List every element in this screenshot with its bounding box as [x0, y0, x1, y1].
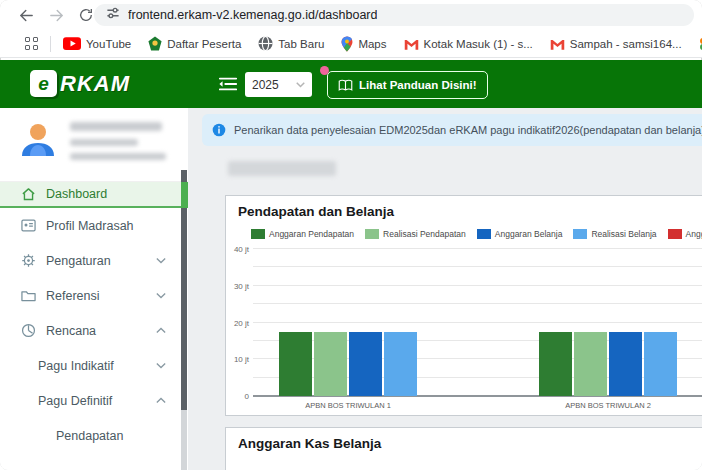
- legend-swatch: [668, 229, 682, 239]
- forward-button-icon[interactable]: [46, 5, 66, 25]
- sidebar-item-pagu-definitif[interactable]: Pagu Definitif: [0, 383, 188, 418]
- app-header: e RKAM 2025 Lihat Panduan Disini!: [0, 60, 702, 108]
- sidebar-collapse-icon[interactable]: [218, 75, 238, 97]
- sidebar-item-referensi[interactable]: Referensi: [0, 278, 188, 313]
- sidebar-item-label: Rencana: [46, 324, 96, 338]
- bookmark-item[interactable]: Maps: [341, 36, 386, 52]
- guide-button-label: Lihat Panduan Disini!: [359, 79, 477, 91]
- home-icon: [20, 187, 36, 202]
- bookmark-label: Tab Baru: [278, 38, 324, 50]
- legend-label: Realisasi Belanja: [591, 229, 656, 239]
- bar-realisasi-belanja[interactable]: [644, 332, 677, 396]
- browser-toolbar: frontend.erkam-v2.kemenag.go.id/dashboar…: [0, 0, 702, 30]
- gridline: [253, 303, 702, 304]
- y-tick-label: 10 jt: [226, 355, 249, 364]
- bookmark-item[interactable]: Tab Baru: [258, 36, 324, 51]
- y-tick-label: 40 jt: [226, 245, 249, 254]
- chart-plot: [253, 249, 702, 396]
- chevron-up-icon: [156, 397, 166, 404]
- sidebar-menu: DashboardProfil MadrasahPengaturanRefere…: [0, 182, 188, 453]
- chevron-down-icon: [156, 362, 166, 369]
- bookmarks-bar: YouTubeDaftar PesertaTab BaruMapsKotak M…: [0, 30, 702, 58]
- bookmark-label: Daftar Peserta: [167, 38, 241, 50]
- address-bar[interactable]: frontend.erkam-v2.kemenag.go.id/dashboar…: [94, 4, 694, 26]
- sidebar-item-pendapatan[interactable]: Pendapatan: [0, 418, 188, 453]
- sidebar-item-dashboard[interactable]: Dashboard: [0, 182, 188, 208]
- legend-item[interactable]: Anggar: [668, 229, 702, 239]
- chevron-down-icon: [156, 292, 166, 299]
- url-text[interactable]: frontend.erkam-v2.kemenag.go.id/dashboar…: [128, 8, 377, 22]
- bookmark-item[interactable]: Daftar Peserta: [148, 36, 241, 51]
- legend-swatch: [477, 229, 491, 239]
- legend-item[interactable]: Anggaran Pendapatan: [251, 229, 354, 239]
- bookmark-item[interactable]: YouTube: [63, 37, 131, 50]
- sidebar-item-label: Dashboard: [46, 187, 107, 201]
- legend-item[interactable]: Anggaran Belanja: [477, 229, 563, 239]
- user-org-redacted: [70, 153, 166, 160]
- bar-realisasi-pendapatan[interactable]: [314, 332, 347, 396]
- gridline: [253, 266, 702, 267]
- year-value: 2025: [252, 78, 279, 92]
- sidebar-scrollbar-track: [181, 410, 187, 470]
- gridline: [253, 285, 702, 286]
- bookmark-item[interactable]: [699, 37, 702, 51]
- legend-swatch: [365, 229, 379, 239]
- gridline: [253, 248, 702, 249]
- misc-favicon-icon: [699, 37, 702, 51]
- user-role-redacted: [70, 139, 138, 146]
- bookmark-item[interactable]: Sampah - samsi164...: [550, 38, 682, 50]
- gmail-icon: [404, 38, 419, 50]
- y-tick-label: 20 jt: [226, 319, 249, 328]
- sidebar-item-label: Pagu Definitif: [38, 394, 112, 408]
- legend-swatch: [251, 229, 265, 239]
- back-button-icon[interactable]: [16, 5, 36, 25]
- site-settings-icon[interactable]: [106, 6, 120, 24]
- user-profile[interactable]: [0, 112, 188, 182]
- erkam-logo[interactable]: e RKAM: [30, 70, 130, 97]
- globe-icon: [258, 36, 273, 51]
- legend-item[interactable]: Realisasi Belanja: [573, 229, 656, 239]
- bar-realisasi-belanja[interactable]: [384, 332, 417, 396]
- legend-label: Anggaran Pendapatan: [269, 229, 354, 239]
- sidebar-item-label: Pagu Indikatif: [38, 359, 114, 373]
- info-icon: [212, 123, 226, 137]
- bar-anggaran-pendapatan[interactable]: [539, 332, 572, 396]
- sidebar-item-pengaturan[interactable]: Pengaturan: [0, 243, 188, 278]
- bar-anggaran-pendapatan[interactable]: [279, 332, 312, 396]
- erkam-logo-badge: e: [30, 70, 57, 97]
- bar-realisasi-pendapatan[interactable]: [574, 332, 607, 396]
- kas-card-title: Anggaran Kas Belanja: [238, 436, 381, 451]
- y-tick-label: 0: [226, 392, 249, 401]
- bar-anggaran-belanja[interactable]: [609, 332, 642, 396]
- legend-label: Anggar: [686, 229, 702, 239]
- sidebar-item-label: Referensi: [46, 289, 100, 303]
- legend-label: Realisasi Pendapatan: [383, 229, 466, 239]
- bar-anggaran-belanja[interactable]: [349, 332, 382, 396]
- kemenag-icon: [148, 36, 162, 51]
- bookmark-label: YouTube: [86, 38, 131, 50]
- sidebar-item-pagu-indikatif[interactable]: Pagu Indikatif: [0, 348, 188, 383]
- idcard-icon: [20, 219, 36, 232]
- chevron-down-icon: [156, 257, 166, 264]
- alert-text: Penarikan data penyelesaian EDM2025dan e…: [234, 124, 702, 136]
- gmail-icon: [550, 38, 565, 50]
- bookmark-item[interactable]: Kotak Masuk (1) - s...: [404, 38, 533, 50]
- chevron-down-icon: [296, 82, 305, 88]
- sidebar-item-label: Pendapatan: [56, 429, 123, 443]
- reload-button-icon[interactable]: [76, 5, 96, 25]
- notification-dot: [320, 66, 329, 75]
- main-area: Penarikan data penyelesaian EDM2025dan e…: [188, 108, 702, 470]
- year-select[interactable]: 2025: [245, 72, 312, 97]
- sidebar-item-profil-madrasah[interactable]: Profil Madrasah: [0, 208, 188, 243]
- y-tick-label: 30 jt: [226, 282, 249, 291]
- sidebar-item-rencana[interactable]: Rencana: [0, 313, 188, 348]
- guide-button[interactable]: Lihat Panduan Disini!: [327, 71, 488, 99]
- apps-grid-icon[interactable]: [25, 37, 38, 50]
- book-icon: [338, 79, 353, 92]
- info-alert: Penarikan data penyelesaian EDM2025dan e…: [202, 114, 702, 146]
- x-axis-label: APBN BOS TRIWULAN 1: [248, 401, 448, 410]
- legend-item[interactable]: Realisasi Pendapatan: [365, 229, 466, 239]
- sidebar: DashboardProfil MadrasahPengaturanRefere…: [0, 108, 188, 470]
- folder-icon: [20, 289, 36, 302]
- maps-pin-icon: [341, 36, 353, 52]
